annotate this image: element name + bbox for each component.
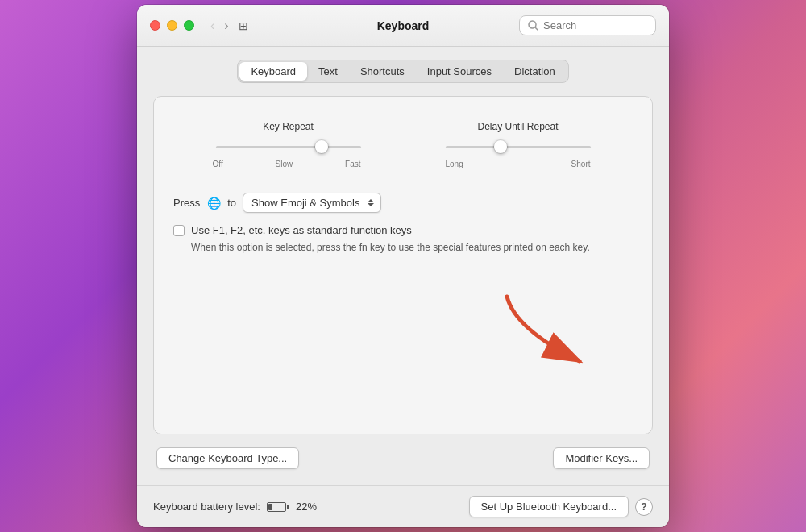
footer-bar: Keyboard battery level: 22% Set Up Bluet… xyxy=(137,485,669,527)
dropdown-arrow xyxy=(368,199,374,206)
sliders-row: Key Repeat Off Slow Fast Delay Until Rep… xyxy=(173,113,633,177)
content-area: Keyboard Text Shortcuts Input Sources Di… xyxy=(137,47,669,485)
search-icon xyxy=(528,20,538,31)
press-row: Press 🌐 to Show Emoji & Symbols xyxy=(173,193,633,213)
function-keys-label: Use F1, F2, etc. keys as standard functi… xyxy=(191,224,412,236)
delay-repeat-thumb[interactable] xyxy=(494,140,507,153)
emoji-symbols-dropdown[interactable]: Show Emoji & Symbols xyxy=(243,193,381,213)
battery-body xyxy=(267,502,286,512)
key-repeat-off-label: Off xyxy=(213,160,223,168)
delay-repeat-short-label: Short xyxy=(571,160,591,168)
footer-right: Set Up Bluetooth Keyboard... ? xyxy=(469,496,653,517)
keyboard-panel: Key Repeat Off Slow Fast Delay Until Rep… xyxy=(153,96,653,434)
svg-line-1 xyxy=(535,27,538,30)
help-button[interactable]: ? xyxy=(635,498,653,516)
search-input[interactable] xyxy=(543,19,647,31)
dropdown-value: Show Emoji & Symbols xyxy=(251,197,359,209)
delay-repeat-tick-labels: Long Short xyxy=(446,160,591,168)
minimize-button[interactable] xyxy=(167,20,177,31)
function-keys-checkbox-row: Use F1, F2, etc. keys as standard functi… xyxy=(173,224,633,236)
tab-text[interactable]: Text xyxy=(307,62,349,81)
battery-label: Keyboard battery level: xyxy=(153,501,260,513)
battery-percentage: 22% xyxy=(296,501,317,513)
key-repeat-fast-label: Fast xyxy=(345,160,360,168)
back-button[interactable]: ‹ xyxy=(207,18,218,34)
bottom-buttons: Change Keyboard Type... Modifier Keys... xyxy=(153,447,653,469)
delay-repeat-slider-container xyxy=(446,139,591,155)
nav-buttons: ‹ › xyxy=(207,18,232,34)
key-repeat-group: Key Repeat Off Slow Fast xyxy=(173,121,403,168)
forward-button[interactable]: › xyxy=(221,18,231,34)
change-keyboard-type-button[interactable]: Change Keyboard Type... xyxy=(156,447,299,469)
key-repeat-slider-container xyxy=(216,139,361,155)
search-box xyxy=(519,15,656,35)
function-keys-description: When this option is selected, press the … xyxy=(191,241,633,255)
delay-repeat-label: Delay Until Repeat xyxy=(477,121,558,132)
tab-input-sources[interactable]: Input Sources xyxy=(416,62,503,81)
tab-shortcuts[interactable]: Shortcuts xyxy=(349,62,416,81)
key-repeat-label: Key Repeat xyxy=(263,121,314,132)
delay-repeat-group: Delay Until Repeat Long Short xyxy=(403,121,633,168)
key-repeat-tick-labels: Off Slow Fast xyxy=(216,160,361,168)
maximize-button[interactable] xyxy=(184,20,194,31)
battery-fill xyxy=(268,504,272,510)
bluetooth-keyboard-button[interactable]: Set Up Bluetooth Keyboard... xyxy=(469,496,629,517)
modifier-keys-button[interactable]: Modifier Keys... xyxy=(553,447,650,469)
function-keys-checkbox[interactable] xyxy=(173,225,185,236)
window-title: Keyboard xyxy=(377,19,430,32)
key-repeat-track xyxy=(216,146,361,148)
tabs-bar: Keyboard Text Shortcuts Input Sources Di… xyxy=(237,60,568,83)
main-window: ‹ › ⊞ Keyboard Keyboard Text Shortcuts I… xyxy=(137,5,669,527)
key-repeat-thumb[interactable] xyxy=(315,140,328,153)
delay-repeat-long-label: Long xyxy=(446,160,463,168)
grid-icon[interactable]: ⊞ xyxy=(239,19,248,32)
press-prefix: Press xyxy=(173,197,200,209)
titlebar: ‹ › ⊞ Keyboard xyxy=(137,5,669,47)
press-suffix: to xyxy=(227,197,236,209)
traffic-lights xyxy=(150,20,194,31)
delay-repeat-track xyxy=(446,146,591,148)
battery-info: Keyboard battery level: 22% xyxy=(153,501,317,513)
red-arrow-annotation xyxy=(491,289,604,377)
battery-tip xyxy=(287,505,289,509)
battery-icon xyxy=(267,502,289,512)
close-button[interactable] xyxy=(150,20,160,31)
globe-icon: 🌐 xyxy=(206,196,221,210)
key-repeat-slow-label: Slow xyxy=(276,160,293,168)
tab-dictation[interactable]: Dictation xyxy=(503,62,567,81)
tab-keyboard[interactable]: Keyboard xyxy=(239,62,307,81)
